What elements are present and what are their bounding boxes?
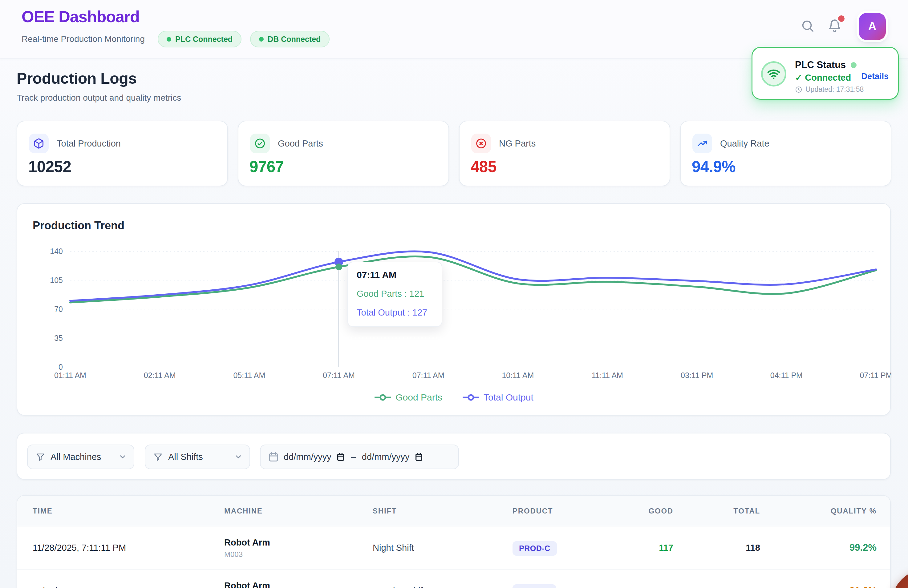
cell-good: 87 <box>596 586 673 588</box>
alert-fab[interactable] <box>891 569 908 588</box>
y-axis-tick: 35 <box>54 334 63 342</box>
date-picker-icon <box>414 452 423 461</box>
cell-quality: 99.2% <box>781 542 877 553</box>
cell-quality: 91.6% <box>781 585 877 588</box>
stat-label: Good Parts <box>278 138 323 149</box>
avatar-initial: A <box>868 20 877 33</box>
cell-total: 95 <box>686 586 760 588</box>
chart-tooltip: 07:11 AM Good Parts : 121Total Output : … <box>348 262 442 327</box>
date-picker-icon <box>336 452 345 461</box>
chevron-down-icon <box>234 453 243 461</box>
page-title: Production Logs <box>17 69 137 87</box>
search-icon <box>800 19 815 33</box>
legend-marker-icon <box>374 394 392 401</box>
product-badge: PROD-X <box>512 584 556 588</box>
date-to-input[interactable]: dd/mm/yyyy <box>362 452 410 462</box>
live-dot-icon <box>851 62 856 68</box>
y-axis-tick: 70 <box>54 305 63 313</box>
notification-dot <box>838 15 845 22</box>
package-icon <box>29 133 49 153</box>
plc-updated: Updated: 17:31:58 <box>795 85 864 93</box>
legend-label: Total Output <box>484 392 533 403</box>
stat-label: Quality Rate <box>720 138 770 149</box>
cell-time: 11/28/2025, 7:11:11 PM <box>33 543 126 553</box>
connection-badges: PLC Connected DB Connected <box>158 31 330 47</box>
cell-machine: Robot Arm <box>224 581 270 588</box>
chevron-down-icon <box>118 453 127 461</box>
shift-filter-dropdown[interactable]: All Shifts <box>145 445 250 469</box>
app-subtitle: Real-time Production Monitoring <box>22 34 145 44</box>
plc-status-card: PLC Status ✓ Connected Updated: 17:31:58… <box>752 47 899 100</box>
chart-legend: Good Parts Total Output <box>17 392 890 403</box>
y-axis-tick: 105 <box>50 276 63 284</box>
date-range-filter[interactable]: dd/mm/yyyy – dd/mm/yyyy <box>260 445 459 469</box>
notifications-button[interactable] <box>824 15 845 36</box>
machine-name: Robot Arm <box>224 581 270 588</box>
plc-details-link[interactable]: Details <box>861 72 889 81</box>
stat-value: 9767 <box>250 157 284 176</box>
cell-time: 11/28/2025, 4:11:11 PM <box>33 586 126 588</box>
tooltip-entry: Total Output : 127 <box>357 308 433 318</box>
tooltip-entry: Good Parts : 121 <box>357 289 433 299</box>
date-range-separator: – <box>351 452 356 462</box>
machine-name: Robot Arm <box>224 538 270 548</box>
production-logs-table: TIME MACHINE SHIFT PRODUCT GOOD TOTAL QU… <box>17 495 891 588</box>
stat-label: NG Parts <box>499 138 536 149</box>
stat-card-good-parts: Good Parts 9767 <box>238 120 449 186</box>
stat-value: 485 <box>471 157 496 176</box>
table-header-row: TIME MACHINE SHIFT PRODUCT GOOD TOTAL QU… <box>17 496 890 527</box>
cell-product: PROD-C <box>512 541 557 556</box>
tooltip-time: 07:11 AM <box>357 270 433 280</box>
column-header-good: GOOD <box>596 507 673 515</box>
clock-icon <box>795 86 802 93</box>
stat-card-total-production: Total Production 10252 <box>17 120 228 186</box>
table-row: 11/28/2025, 4:11:11 PM Robot Arm Morning… <box>17 570 890 588</box>
hover-dot <box>335 263 342 270</box>
stat-card-ng-parts: NG Parts 485 <box>459 120 670 186</box>
status-badge: PLC Connected <box>158 31 241 47</box>
check-circle-icon <box>250 133 270 153</box>
search-button[interactable] <box>797 15 818 36</box>
column-header-total: TOTAL <box>686 507 760 515</box>
status-dot-icon <box>167 37 171 42</box>
x-axis-tick: 02:11 AM <box>144 371 176 379</box>
date-from-input[interactable]: dd/mm/yyyy <box>284 452 332 462</box>
x-axis-tick: 01:11 AM <box>54 371 86 379</box>
cell-shift: Night Shift <box>373 543 414 553</box>
y-axis-tick: 0 <box>58 363 63 371</box>
machine-filter-dropdown[interactable]: All Machines <box>27 445 134 469</box>
status-badge-label: PLC Connected <box>175 35 233 44</box>
header-subtitle-row: Real-time Production Monitoring PLC Conn… <box>22 31 330 47</box>
wifi-icon-circle <box>761 61 786 87</box>
x-axis-tick: 03:11 PM <box>681 371 713 379</box>
table-body: 11/28/2025, 7:11:11 PM Robot Arm M003 Ni… <box>17 527 890 588</box>
column-header-time: TIME <box>33 507 53 515</box>
x-circle-icon <box>471 133 491 153</box>
column-header-product: PRODUCT <box>512 507 553 515</box>
legend-label: Good Parts <box>396 392 442 403</box>
status-badge: DB Connected <box>250 31 330 47</box>
legend-item[interactable]: Total Output <box>462 392 533 403</box>
x-axis-tick: 04:11 PM <box>770 371 803 379</box>
funnel-icon <box>36 452 45 461</box>
legend-item[interactable]: Good Parts <box>374 392 442 403</box>
machine-id: M003 <box>224 550 270 559</box>
column-header-shift: SHIFT <box>373 507 397 515</box>
avatar[interactable]: A <box>859 13 886 40</box>
plc-status-title: PLC Status <box>795 59 846 71</box>
x-axis-tick: 10:11 AM <box>502 371 534 379</box>
x-axis-tick: 07:11 PM <box>860 371 891 379</box>
x-axis-tick: 07:11 AM <box>412 371 444 379</box>
x-axis-tick: 05:11 AM <box>233 371 265 379</box>
column-header-machine: MACHINE <box>224 507 263 515</box>
x-axis-tick: 07:11 AM <box>323 371 355 379</box>
product-badge: PROD-C <box>512 541 557 556</box>
series-line-good-parts <box>70 257 876 303</box>
production-trend-chart[interactable]: 0357010514001:11 AM02:11 AM05:11 AM07:11… <box>17 204 891 392</box>
y-axis-tick: 140 <box>50 247 63 255</box>
x-axis-tick: 11:11 AM <box>592 371 623 379</box>
wifi-icon <box>766 67 781 81</box>
legend-marker-icon <box>462 394 480 401</box>
trending-up-icon <box>692 133 712 153</box>
plc-connected-label: ✓ Connected <box>795 72 851 83</box>
